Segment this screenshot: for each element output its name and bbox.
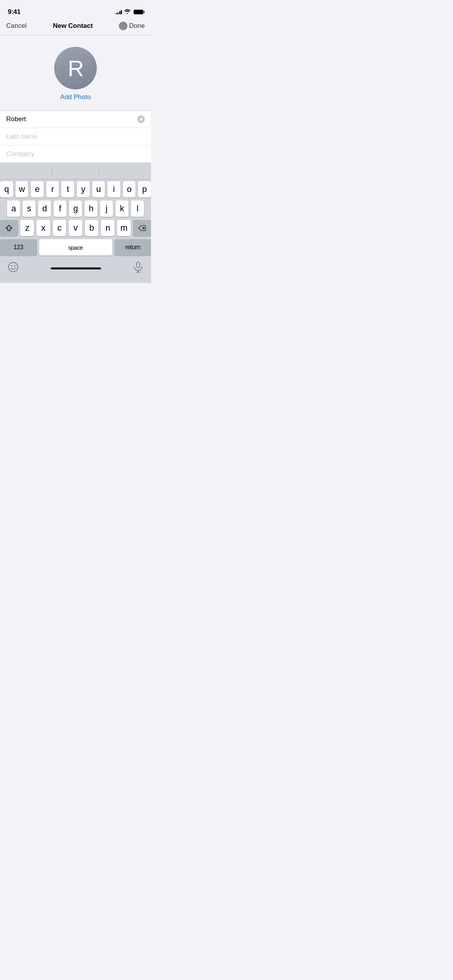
key-s[interactable]: s — [22, 200, 36, 217]
key-c[interactable]: c — [53, 220, 67, 236]
key-k[interactable]: k — [115, 200, 129, 217]
shift-button[interactable] — [0, 220, 18, 236]
avatar-section: R Add Photo — [0, 35, 151, 110]
status-icons — [116, 9, 144, 15]
key-l[interactable]: l — [131, 200, 144, 217]
signal-icon — [116, 10, 122, 14]
status-time: 9:41 — [8, 8, 21, 16]
emoji-button[interactable] — [8, 262, 19, 275]
avatar-letter: R — [68, 55, 83, 81]
key-d[interactable]: d — [38, 200, 51, 217]
nav-bar: Cancel New Contact Done — [0, 19, 151, 35]
key-j[interactable]: j — [100, 200, 113, 217]
cancel-button[interactable]: Cancel — [6, 22, 27, 30]
key-u[interactable]: u — [92, 181, 105, 197]
delete-button[interactable] — [133, 220, 151, 236]
first-name-row: ✕ — [0, 111, 151, 128]
keyboard-suggestions — [0, 163, 151, 180]
key-m[interactable]: m — [117, 220, 131, 236]
keyboard-row-3: z x c v b n m — [0, 220, 151, 236]
last-name-row — [0, 128, 151, 146]
key-x[interactable]: x — [36, 220, 50, 236]
svg-point-2 — [14, 266, 15, 267]
key-z[interactable]: z — [20, 220, 34, 236]
keyboard: q w e r t y u i o p a s d f g h j k l z … — [0, 163, 151, 283]
key-v[interactable]: v — [69, 220, 82, 236]
key-g[interactable]: g — [69, 200, 82, 217]
company-row — [0, 146, 151, 163]
key-t[interactable]: t — [61, 181, 74, 197]
first-name-input[interactable] — [6, 115, 137, 123]
svg-point-1 — [11, 266, 12, 267]
clear-first-name-button[interactable]: ✕ — [137, 115, 145, 123]
keyboard-row-4: 123 space return — [0, 239, 151, 255]
avatar[interactable]: R — [54, 47, 97, 89]
key-y[interactable]: y — [77, 181, 90, 197]
key-i[interactable]: i — [107, 181, 120, 197]
key-a[interactable]: a — [7, 200, 20, 217]
return-button[interactable]: return — [115, 239, 151, 255]
keyboard-row-2: a s d f g h j k l — [0, 200, 151, 217]
key-p[interactable]: p — [138, 181, 151, 197]
add-photo-button[interactable]: Add Photo — [60, 93, 91, 101]
page-title: New Contact — [53, 22, 93, 30]
key-n[interactable]: n — [101, 220, 115, 236]
battery-icon — [134, 10, 143, 14]
key-h[interactable]: h — [84, 200, 98, 217]
suggestion-1 — [4, 165, 51, 176]
microphone-button[interactable] — [133, 262, 143, 275]
last-name-input[interactable] — [6, 133, 145, 140]
done-button[interactable]: Done — [129, 22, 145, 30]
key-r[interactable]: r — [46, 181, 59, 197]
key-b[interactable]: b — [85, 220, 99, 236]
key-e[interactable]: e — [31, 181, 44, 197]
done-circle-icon — [119, 22, 127, 30]
company-input[interactable] — [6, 150, 145, 158]
wifi-icon — [124, 9, 130, 15]
space-button[interactable]: space — [39, 239, 112, 255]
svg-rect-3 — [137, 262, 140, 268]
suggestion-2 — [52, 165, 100, 176]
key-w[interactable]: w — [15, 181, 29, 197]
status-bar: 9:41 — [0, 0, 151, 19]
key-q[interactable]: q — [0, 181, 13, 197]
key-o[interactable]: o — [123, 181, 136, 197]
keyboard-row-1: q w e r t y u i o p — [0, 181, 151, 197]
form-section: ✕ — [0, 110, 151, 163]
suggestion-3 — [100, 165, 147, 176]
key-f[interactable]: f — [53, 200, 67, 217]
numbers-button[interactable]: 123 — [0, 239, 37, 255]
svg-point-0 — [9, 262, 18, 272]
keyboard-bottom-bar — [0, 259, 151, 283]
home-indicator — [51, 267, 101, 269]
done-wrapper[interactable]: Done — [119, 22, 145, 30]
